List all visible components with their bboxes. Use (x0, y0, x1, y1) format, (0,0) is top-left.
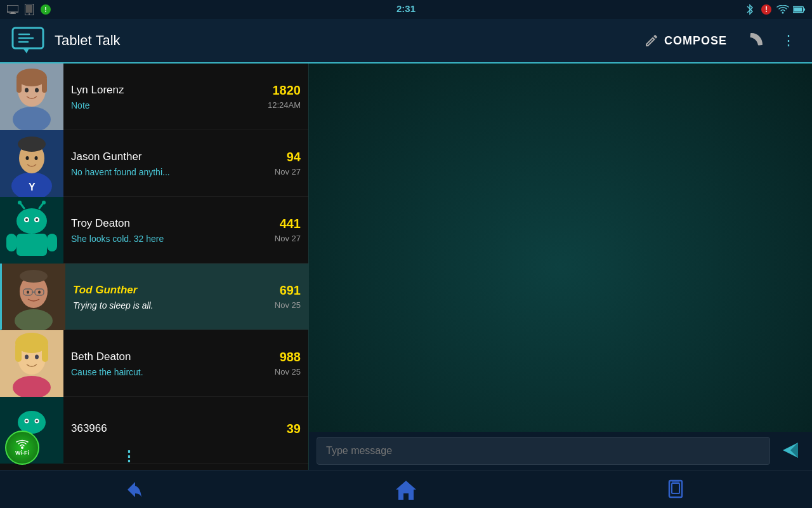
app-logo (10, 22, 48, 60)
pencil-icon (644, 33, 659, 48)
bluetooth-icon (743, 3, 756, 16)
conv-name-unknown-363966: 363966 (71, 422, 107, 435)
svg-text:!: ! (44, 6, 46, 13)
conv-content-unknown-363966: 363966 39 (63, 415, 308, 445)
wifi-badge[interactable]: Wi-Fi (5, 431, 39, 465)
svg-rect-4 (26, 5, 32, 13)
back-icon (124, 478, 147, 501)
svg-point-63 (35, 354, 39, 359)
svg-rect-47 (47, 234, 57, 251)
tablet-icon (23, 3, 36, 16)
svg-point-50 (20, 270, 48, 283)
call-button[interactable] (742, 25, 771, 57)
conv-name-lyn-lorenz: Lyn Lorenz (71, 84, 124, 97)
conv-date-troy-deaton: Nov 27 (275, 234, 301, 243)
svg-point-70 (36, 420, 38, 422)
send-button[interactable] (776, 436, 804, 466)
svg-marker-19 (23, 48, 29, 53)
svg-point-36 (16, 208, 47, 234)
conv-top-lyn-lorenz: Lyn Lorenz 1820 (71, 83, 301, 98)
screen-icon (6, 3, 19, 16)
svg-rect-1 (11, 12, 15, 13)
message-input[interactable] (317, 437, 770, 465)
conv-date-beth-deaton: Nov 25 (275, 367, 301, 377)
conv-top-unknown-363966: 363966 39 (71, 422, 301, 436)
svg-marker-74 (396, 481, 416, 500)
svg-point-55 (38, 290, 41, 293)
compose-button[interactable]: COMPOSE (634, 28, 737, 53)
conv-content-jason-gunther: Jason Gunther 94 No havent found anythi.… (63, 144, 308, 184)
conv-count-troy-deaton: 441 (280, 217, 301, 231)
conv-content-lyn-lorenz: Lyn Lorenz 1820 Note 12:24AM (63, 77, 308, 117)
svg-text:!: ! (765, 5, 768, 14)
conv-count-unknown-363966: 39 (287, 422, 301, 436)
send-icon (779, 439, 802, 462)
svg-text:Y: Y (29, 182, 36, 192)
svg-rect-13 (794, 8, 802, 11)
notification-icon: ! (39, 3, 52, 16)
svg-rect-77 (672, 481, 679, 483)
conv-content-troy-deaton: Troy Deaton 441 She looks cold. 32 here … (63, 210, 308, 250)
conv-content-beth-deaton: Beth Deaton 988 Cause the haircut. Nov 2… (63, 344, 308, 384)
phone-icon (747, 30, 766, 50)
conv-count-jason-gunther: 94 (287, 150, 301, 164)
conv-date-tod-gunther: Nov 25 (275, 300, 301, 310)
svg-point-5 (29, 13, 30, 15)
svg-point-32 (18, 137, 46, 152)
conversation-item-lyn-lorenz[interactable]: Lyn Lorenz 1820 Note 12:24AM (0, 64, 308, 130)
recents-icon (665, 478, 688, 501)
recents-button[interactable] (660, 473, 693, 506)
svg-rect-24 (42, 77, 47, 93)
conv-date-jason-gunther: Nov 27 (275, 167, 301, 177)
conv-preview-troy-deaton: She looks cold. 32 here (71, 234, 270, 244)
conv-preview-jason-gunther: No havent found anythi... (71, 167, 270, 177)
svg-rect-0 (7, 5, 18, 12)
conv-date-lyn-lorenz: 12:24AM (268, 100, 301, 110)
list-overflow-button[interactable]: ⋮ (122, 448, 138, 465)
svg-point-26 (25, 88, 29, 92)
conversation-item-beth-deaton[interactable]: Beth Deaton 988 Cause the haircut. Nov 2… (0, 330, 308, 397)
svg-point-73 (21, 446, 23, 449)
battery-icon (793, 3, 806, 16)
home-icon (393, 478, 419, 501)
message-area (309, 64, 812, 432)
back-button[interactable] (119, 473, 152, 506)
right-panel (309, 64, 812, 470)
conv-count-beth-deaton: 988 (280, 350, 301, 364)
alert-icon: ! (760, 3, 773, 16)
conversation-list: Lyn Lorenz 1820 Note 12:24AM Y (0, 64, 309, 470)
status-right-icons: ! (743, 3, 806, 16)
bottom-nav: Wi-Fi ⋮ (0, 470, 812, 508)
conv-name-tod-gunther: Tod Gunther (73, 284, 137, 297)
app-title: Tablet Talk (55, 32, 634, 49)
svg-rect-45 (16, 234, 47, 256)
conversation-item-unknown-363966[interactable]: 363966 39 (0, 397, 308, 464)
avatar-tod-gunther (2, 264, 65, 330)
home-button[interactable] (388, 473, 424, 506)
overflow-menu-button[interactable]: ⋮ (776, 30, 802, 51)
svg-rect-76 (672, 483, 679, 493)
conv-count-lyn-lorenz: 1820 (273, 83, 301, 98)
svg-point-44 (36, 218, 38, 221)
conversation-item-tod-gunther[interactable]: Tod Gunther 691 Trying to sleep is all. … (0, 264, 308, 330)
conv-bottom-beth-deaton: Cause the haircut. Nov 25 (71, 367, 301, 377)
svg-point-43 (25, 218, 28, 221)
wifi-status-icon (776, 3, 789, 16)
conv-bottom-lyn-lorenz: Note 12:24AM (71, 100, 301, 110)
conv-bottom-troy-deaton: She looks cold. 32 here Nov 27 (71, 234, 301, 244)
conv-content-tod-gunther: Tod Gunther 691 Trying to sleep is all. … (65, 277, 308, 317)
svg-point-34 (35, 156, 38, 160)
svg-point-54 (27, 290, 29, 293)
svg-rect-12 (803, 8, 805, 11)
avatar-troy-deaton (0, 197, 63, 264)
avatar-lyn-lorenz (0, 64, 63, 130)
wifi-label: Wi-Fi (15, 450, 29, 456)
svg-point-69 (25, 420, 28, 422)
status-bar: ! 2:31 ! (0, 0, 812, 19)
conv-name-troy-deaton: Troy Deaton (71, 217, 130, 230)
svg-point-38 (18, 201, 22, 204)
conversation-item-troy-deaton[interactable]: Troy Deaton 441 She looks cold. 32 here … (0, 197, 308, 264)
conversation-item-jason-gunther[interactable]: Y Jason Gunther 94 No havent found anyth… (0, 130, 308, 197)
svg-point-62 (25, 354, 29, 359)
conv-bottom-tod-gunther: Trying to sleep is all. Nov 25 (73, 300, 301, 311)
